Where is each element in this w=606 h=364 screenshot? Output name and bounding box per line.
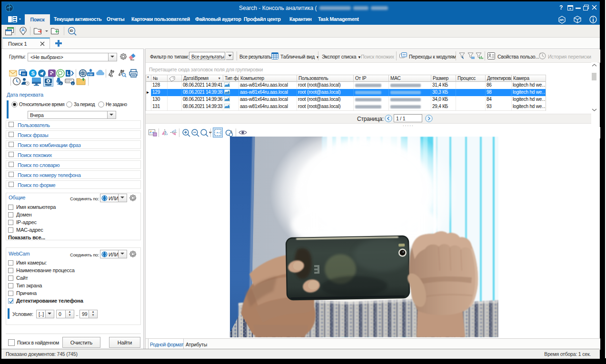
svg-text:API: API — [559, 19, 564, 21]
svg-text:IM: IM — [22, 72, 25, 76]
svg-text:S: S — [31, 70, 35, 76]
svg-text:i: i — [72, 82, 73, 85]
svg-text:FTP: FTP — [88, 73, 93, 76]
svg-text:L: L — [67, 71, 70, 76]
svg-text:ID: ID — [70, 29, 73, 33]
svg-text:HTTP: HTTP — [80, 72, 86, 75]
svg-text:i: i — [60, 82, 61, 85]
